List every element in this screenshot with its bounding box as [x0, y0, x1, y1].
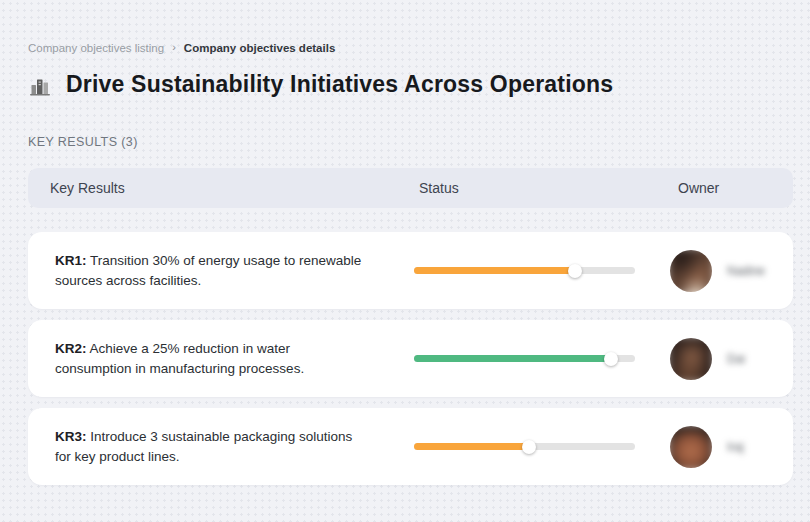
- column-header-status: Status: [414, 180, 670, 196]
- key-result-row-kr1[interactable]: KR1: Transition 30% of energy usage to r…: [28, 232, 793, 309]
- key-result-text: KR2: Achieve a 25% reduction in water co…: [28, 339, 414, 379]
- owner-cell: Iraj: [670, 426, 793, 468]
- progress-fill: [414, 443, 529, 450]
- key-results-section-label: KEY RESULTS (3): [28, 135, 793, 149]
- status-cell: [414, 267, 670, 274]
- chevron-right-icon: ›: [172, 41, 176, 53]
- key-result-id: KR1:: [55, 253, 87, 268]
- key-result-text: KR1: Transition 30% of energy usage to r…: [28, 251, 414, 291]
- progress-knob[interactable]: [604, 352, 618, 366]
- objective-title-row: Drive Sustainability Initiatives Across …: [28, 71, 793, 98]
- page-title: Drive Sustainability Initiatives Across …: [66, 71, 613, 98]
- breadcrumb: Company objectives listing › Company obj…: [28, 42, 793, 54]
- owner-avatar: [670, 338, 712, 380]
- key-result-row-kr2[interactable]: KR2: Achieve a 25% reduction in water co…: [28, 320, 793, 397]
- key-result-text: KR3: Introduce 3 sustainable packaging s…: [28, 427, 414, 467]
- breadcrumb-current-objectives-details: Company objectives details: [184, 42, 335, 54]
- key-result-description: Transition 30% of energy usage to renewa…: [55, 253, 361, 288]
- owner-cell: Nadine: [670, 250, 793, 292]
- progress-fill: [414, 267, 575, 274]
- city-bar-chart-icon: [28, 72, 54, 98]
- progress-slider[interactable]: [414, 267, 635, 274]
- key-result-description: Introduce 3 sustainable packaging soluti…: [55, 429, 352, 464]
- progress-knob[interactable]: [568, 264, 582, 278]
- key-result-id: KR3:: [55, 429, 87, 444]
- key-results-table-header: Key Results Status Owner: [28, 168, 793, 208]
- key-results-list: KR1: Transition 30% of energy usage to r…: [28, 232, 793, 485]
- owner-name: Nadine: [727, 264, 765, 278]
- status-cell: [414, 443, 670, 450]
- progress-slider[interactable]: [414, 355, 635, 362]
- column-header-owner: Owner: [670, 180, 793, 196]
- breadcrumb-link-objectives-listing[interactable]: Company objectives listing: [28, 42, 164, 54]
- owner-name: Iraj: [727, 440, 744, 454]
- owner-name: Dai: [727, 352, 745, 366]
- progress-knob[interactable]: [522, 440, 536, 454]
- objective-details-page: Company objectives listing › Company obj…: [0, 0, 810, 522]
- status-cell: [414, 355, 670, 362]
- key-result-id: KR2:: [55, 341, 87, 356]
- owner-avatar: [670, 250, 712, 292]
- progress-slider[interactable]: [414, 443, 635, 450]
- progress-fill: [414, 355, 611, 362]
- key-result-row-kr3[interactable]: KR3: Introduce 3 sustainable packaging s…: [28, 408, 793, 485]
- column-header-key-results: Key Results: [28, 180, 414, 196]
- owner-cell: Dai: [670, 338, 793, 380]
- owner-avatar: [670, 426, 712, 468]
- key-result-description: Achieve a 25% reduction in water consump…: [55, 341, 304, 376]
